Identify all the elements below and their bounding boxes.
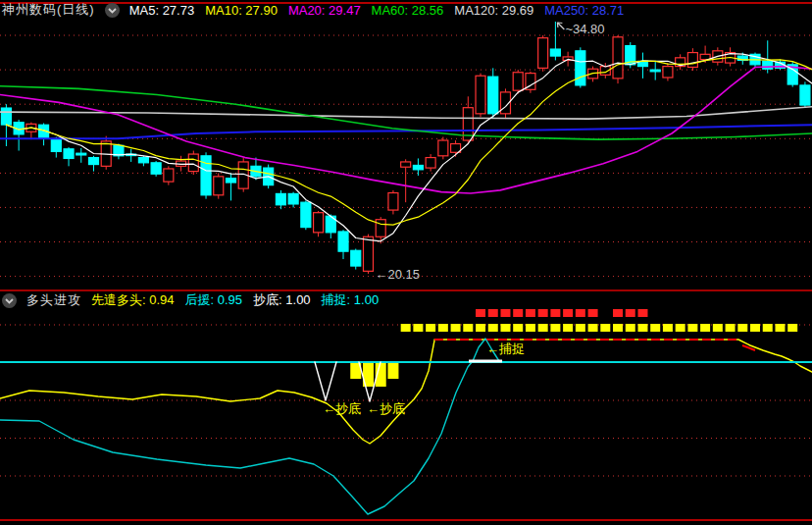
- indicator-curves: [0, 339, 812, 514]
- stock-title: 神州数码(日线): [2, 1, 95, 19]
- panel-borders: [0, 3, 812, 520]
- ma-legend-item-1: MA10: 27.90: [205, 3, 278, 18]
- indicator-legend-item-2: 抄底: 1.00: [253, 291, 311, 309]
- indicator-panel-header: 多头进攻 先遣多头: 0.94后援: 0.95抄底: 1.00捕捉: 1.00: [2, 292, 379, 308]
- ma-legend-item-3: MA60: 28.56: [372, 3, 444, 18]
- indicator-legend-item-0: 先遣多头: 0.94: [91, 291, 175, 309]
- low-price-annotation: ←20.15: [375, 267, 420, 282]
- ma-legend-item-2: MA20: 29.47: [288, 3, 361, 18]
- app-window: 神州数码(日线) MA5: 27.73MA10: 27.90MA20: 29.4…: [0, 0, 812, 525]
- chart-canvas[interactable]: ~34.80←20.15←捕捉←抄底←抄底: [0, 0, 812, 525]
- indicator-title: 多头进攻: [26, 291, 81, 309]
- high-price-annotation: ~34.80: [565, 22, 604, 36]
- annotations: ~34.80←20.15←捕捉←抄底←抄底: [323, 22, 605, 416]
- indicator-legend-item-3: 捕捉: 1.00: [322, 291, 380, 309]
- signal-squares: [401, 309, 798, 332]
- signal-annotation-0: ←捕捉: [486, 341, 525, 356]
- indicator-legend-item-1: 后援: 0.95: [185, 291, 243, 309]
- signal-annotation-2: ←抄底: [367, 401, 405, 416]
- indicator-legend: 先遣多头: 0.94后援: 0.95抄底: 1.00捕捉: 1.00: [91, 291, 379, 309]
- chevron-down-icon[interactable]: [105, 3, 120, 18]
- ma-legend-item-5: MA250: 28.71: [544, 3, 624, 18]
- chevron-down-icon[interactable]: [2, 293, 17, 308]
- signal-annotation-1: ←抄底: [323, 401, 361, 416]
- ma-legend-item-4: MA120: 29.69: [454, 3, 533, 18]
- candles: [1, 22, 812, 274]
- ma-legend-item-0: MA5: 27.73: [129, 3, 195, 18]
- white-signal-marks: [315, 361, 502, 401]
- price-panel-header: 神州数码(日线) MA5: 27.73MA10: 27.90MA20: 29.4…: [2, 2, 624, 18]
- ma-legend: MA5: 27.73MA10: 27.90MA20: 29.47MA60: 28…: [129, 3, 625, 18]
